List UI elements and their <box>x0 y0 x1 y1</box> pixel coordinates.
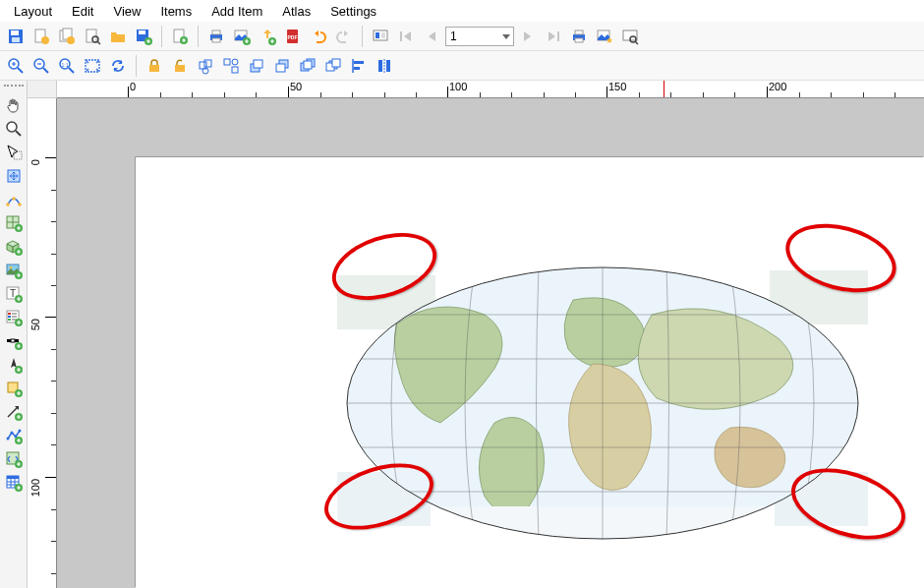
polyline-plus-icon <box>5 427 23 444</box>
ruler-horizontal[interactable]: 050100150200 <box>57 81 924 98</box>
new-layout-button[interactable] <box>29 25 53 48</box>
atlas-preview-button[interactable] <box>618 25 642 48</box>
separator <box>362 26 363 47</box>
zoom-in-icon <box>7 57 25 75</box>
zoom-out-button[interactable] <box>29 54 53 78</box>
north-plus-icon <box>5 356 23 374</box>
redo-button[interactable] <box>332 25 356 48</box>
zoom-tool[interactable] <box>3 118 25 140</box>
add-arrow-tool[interactable] <box>3 401 25 423</box>
image-star-icon <box>596 28 613 45</box>
zoom-full-icon <box>84 57 101 75</box>
svg-point-101 <box>6 438 9 441</box>
lock-button[interactable] <box>143 54 166 78</box>
atlas-settings-button[interactable] <box>369 25 392 48</box>
svg-point-4 <box>41 36 49 44</box>
ruler-guide[interactable] <box>664 81 664 98</box>
move-content-tool[interactable] <box>3 165 25 187</box>
svg-line-69 <box>16 131 21 136</box>
svg-rect-12 <box>139 30 145 34</box>
atlas-last-button[interactable] <box>542 25 565 48</box>
svg-rect-50 <box>232 67 238 73</box>
open-folder-button[interactable] <box>106 25 130 48</box>
layout-canvas[interactable] <box>57 98 924 588</box>
svg-point-102 <box>10 432 13 435</box>
atlas-first-button[interactable] <box>394 25 418 48</box>
menu-atlas[interactable]: Atlas <box>272 2 320 21</box>
save-template-button[interactable] <box>132 25 155 48</box>
add-northarrow-tool[interactable] <box>3 354 25 376</box>
text-plus-icon: T <box>5 285 23 303</box>
bring-front-button[interactable] <box>296 54 319 78</box>
atlas-page-spinbox[interactable]: 1 <box>445 27 514 46</box>
atlas-settings-icon <box>372 28 389 45</box>
export-pdf-button[interactable]: PDF <box>281 25 305 48</box>
svg-rect-53 <box>254 60 262 68</box>
align-right-button[interactable] <box>373 54 396 78</box>
send-back-icon <box>324 57 342 75</box>
prev-icon <box>423 28 440 45</box>
menu-settings[interactable]: Settings <box>320 2 386 21</box>
shape-plus-icon <box>5 380 23 397</box>
raise-button[interactable] <box>245 54 268 78</box>
edit-nodes-tool[interactable] <box>3 189 25 210</box>
html-plus-icon <box>5 450 23 468</box>
add-nodeitem-tool[interactable] <box>3 425 25 446</box>
select-tool[interactable] <box>3 142 25 163</box>
menu-layout[interactable]: Layout <box>4 2 62 21</box>
undo-button[interactable] <box>307 25 330 48</box>
svg-point-73 <box>12 197 16 201</box>
unlock-button[interactable] <box>168 54 192 78</box>
menu-items[interactable]: Items <box>150 2 202 21</box>
pan-tool[interactable] <box>3 94 25 116</box>
svg-rect-17 <box>212 30 220 34</box>
atlas-export-button[interactable] <box>593 25 616 48</box>
layout-manager-button[interactable] <box>81 25 104 48</box>
svg-rect-58 <box>304 61 312 69</box>
lower-button[interactable] <box>270 54 294 78</box>
svg-rect-30 <box>575 30 583 34</box>
ruler-v-label: 0 <box>29 159 41 165</box>
refresh-button[interactable] <box>106 54 130 78</box>
add-picture-tool[interactable] <box>3 260 25 281</box>
duplicate-layout-button[interactable] <box>55 25 79 48</box>
add-shape-tool[interactable] <box>3 378 25 399</box>
print-button[interactable] <box>204 25 228 48</box>
add-table-tool[interactable] <box>3 472 25 494</box>
add-legend-tool[interactable] <box>3 307 25 328</box>
atlas-next-button[interactable] <box>516 25 540 48</box>
zoom-in-button[interactable] <box>4 54 28 78</box>
atlas-print-button[interactable] <box>567 25 591 48</box>
toolbar-grip[interactable] <box>4 85 24 88</box>
add-label-tool[interactable]: T <box>3 283 25 305</box>
add-3dmap-tool[interactable] <box>3 236 25 258</box>
menu-view[interactable]: View <box>103 2 150 21</box>
export-image-button[interactable] <box>230 25 254 48</box>
ungroup-button[interactable] <box>219 54 243 78</box>
save-button[interactable] <box>4 25 28 48</box>
printer-icon <box>570 28 588 45</box>
zoom-full-button[interactable] <box>81 54 104 78</box>
group-button[interactable] <box>194 54 217 78</box>
send-back-button[interactable] <box>321 54 345 78</box>
svg-line-35 <box>635 41 638 44</box>
separator <box>136 55 137 77</box>
menu-add-item[interactable]: Add Item <box>202 2 272 21</box>
add-page-button[interactable] <box>168 25 192 48</box>
add-scalebar-tool[interactable] <box>3 330 25 352</box>
legend-plus-icon <box>5 309 23 326</box>
scalebar-plus-icon <box>5 332 23 350</box>
menu-edit[interactable]: Edit <box>62 2 103 21</box>
svg-point-68 <box>7 122 17 132</box>
export-svg-button[interactable] <box>256 25 279 48</box>
main-area: T 050100150200 050100 <box>0 81 924 588</box>
zoom-100-button[interactable]: 1:1 <box>55 54 79 78</box>
svg-text:T: T <box>9 288 15 299</box>
align-left-button[interactable] <box>347 54 371 78</box>
ruler-vertical[interactable]: 050100 <box>28 98 57 588</box>
magnifier-icon <box>5 120 23 138</box>
add-map-tool[interactable] <box>3 212 25 234</box>
add-html-tool[interactable] <box>3 448 25 470</box>
page-plus-icon <box>171 28 189 45</box>
atlas-prev-button[interactable] <box>420 25 443 48</box>
